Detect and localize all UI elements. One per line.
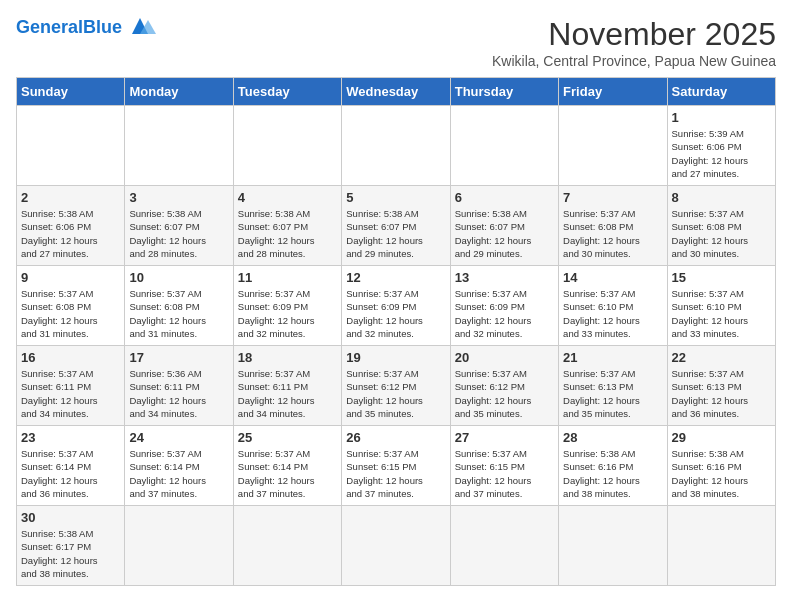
calendar-cell: 13Sunrise: 5:37 AM Sunset: 6:09 PM Dayli… bbox=[450, 266, 558, 346]
day-number: 26 bbox=[346, 430, 445, 445]
calendar-cell: 15Sunrise: 5:37 AM Sunset: 6:10 PM Dayli… bbox=[667, 266, 775, 346]
day-number: 1 bbox=[672, 110, 771, 125]
day-info: Sunrise: 5:37 AM Sunset: 6:13 PM Dayligh… bbox=[563, 367, 662, 420]
calendar-cell: 19Sunrise: 5:37 AM Sunset: 6:12 PM Dayli… bbox=[342, 346, 450, 426]
day-number: 18 bbox=[238, 350, 337, 365]
day-info: Sunrise: 5:37 AM Sunset: 6:14 PM Dayligh… bbox=[238, 447, 337, 500]
calendar-cell: 18Sunrise: 5:37 AM Sunset: 6:11 PM Dayli… bbox=[233, 346, 341, 426]
calendar-cell: 6Sunrise: 5:38 AM Sunset: 6:07 PM Daylig… bbox=[450, 186, 558, 266]
location-title: Kwikila, Central Province, Papua New Gui… bbox=[492, 53, 776, 69]
calendar-cell bbox=[342, 106, 450, 186]
calendar-cell bbox=[450, 106, 558, 186]
day-info: Sunrise: 5:38 AM Sunset: 6:07 PM Dayligh… bbox=[455, 207, 554, 260]
calendar-week-4: 23Sunrise: 5:37 AM Sunset: 6:14 PM Dayli… bbox=[17, 426, 776, 506]
calendar-cell bbox=[233, 106, 341, 186]
day-info: Sunrise: 5:37 AM Sunset: 6:08 PM Dayligh… bbox=[129, 287, 228, 340]
day-info: Sunrise: 5:37 AM Sunset: 6:08 PM Dayligh… bbox=[563, 207, 662, 260]
day-number: 30 bbox=[21, 510, 120, 525]
day-info: Sunrise: 5:37 AM Sunset: 6:10 PM Dayligh… bbox=[672, 287, 771, 340]
calendar-table: SundayMondayTuesdayWednesdayThursdayFrid… bbox=[16, 77, 776, 586]
calendar-cell: 12Sunrise: 5:37 AM Sunset: 6:09 PM Dayli… bbox=[342, 266, 450, 346]
day-number: 11 bbox=[238, 270, 337, 285]
day-number: 10 bbox=[129, 270, 228, 285]
day-info: Sunrise: 5:37 AM Sunset: 6:15 PM Dayligh… bbox=[455, 447, 554, 500]
month-title: November 2025 bbox=[492, 16, 776, 53]
calendar-cell: 22Sunrise: 5:37 AM Sunset: 6:13 PM Dayli… bbox=[667, 346, 775, 426]
weekday-header-sunday: Sunday bbox=[17, 78, 125, 106]
day-info: Sunrise: 5:38 AM Sunset: 6:06 PM Dayligh… bbox=[21, 207, 120, 260]
day-info: Sunrise: 5:38 AM Sunset: 6:16 PM Dayligh… bbox=[563, 447, 662, 500]
calendar-week-1: 2Sunrise: 5:38 AM Sunset: 6:06 PM Daylig… bbox=[17, 186, 776, 266]
day-info: Sunrise: 5:37 AM Sunset: 6:09 PM Dayligh… bbox=[346, 287, 445, 340]
title-area: November 2025 Kwikila, Central Province,… bbox=[492, 16, 776, 69]
day-info: Sunrise: 5:37 AM Sunset: 6:09 PM Dayligh… bbox=[238, 287, 337, 340]
day-number: 20 bbox=[455, 350, 554, 365]
day-info: Sunrise: 5:37 AM Sunset: 6:13 PM Dayligh… bbox=[672, 367, 771, 420]
day-number: 27 bbox=[455, 430, 554, 445]
day-number: 8 bbox=[672, 190, 771, 205]
calendar-cell: 10Sunrise: 5:37 AM Sunset: 6:08 PM Dayli… bbox=[125, 266, 233, 346]
calendar-cell bbox=[125, 506, 233, 586]
calendar-cell: 2Sunrise: 5:38 AM Sunset: 6:06 PM Daylig… bbox=[17, 186, 125, 266]
day-number: 7 bbox=[563, 190, 662, 205]
calendar-cell: 26Sunrise: 5:37 AM Sunset: 6:15 PM Dayli… bbox=[342, 426, 450, 506]
calendar-cell: 4Sunrise: 5:38 AM Sunset: 6:07 PM Daylig… bbox=[233, 186, 341, 266]
calendar-cell bbox=[125, 106, 233, 186]
calendar-cell: 24Sunrise: 5:37 AM Sunset: 6:14 PM Dayli… bbox=[125, 426, 233, 506]
day-number: 2 bbox=[21, 190, 120, 205]
day-number: 9 bbox=[21, 270, 120, 285]
day-info: Sunrise: 5:39 AM Sunset: 6:06 PM Dayligh… bbox=[672, 127, 771, 180]
weekday-header-friday: Friday bbox=[559, 78, 667, 106]
calendar-cell: 14Sunrise: 5:37 AM Sunset: 6:10 PM Dayli… bbox=[559, 266, 667, 346]
day-number: 21 bbox=[563, 350, 662, 365]
day-info: Sunrise: 5:37 AM Sunset: 6:11 PM Dayligh… bbox=[238, 367, 337, 420]
day-number: 14 bbox=[563, 270, 662, 285]
day-number: 19 bbox=[346, 350, 445, 365]
day-info: Sunrise: 5:38 AM Sunset: 6:07 PM Dayligh… bbox=[129, 207, 228, 260]
day-info: Sunrise: 5:37 AM Sunset: 6:15 PM Dayligh… bbox=[346, 447, 445, 500]
calendar-cell: 17Sunrise: 5:36 AM Sunset: 6:11 PM Dayli… bbox=[125, 346, 233, 426]
weekday-header-tuesday: Tuesday bbox=[233, 78, 341, 106]
calendar-cell: 27Sunrise: 5:37 AM Sunset: 6:15 PM Dayli… bbox=[450, 426, 558, 506]
weekday-header-monday: Monday bbox=[125, 78, 233, 106]
day-number: 25 bbox=[238, 430, 337, 445]
calendar-cell bbox=[450, 506, 558, 586]
day-info: Sunrise: 5:37 AM Sunset: 6:09 PM Dayligh… bbox=[455, 287, 554, 340]
calendar-cell: 29Sunrise: 5:38 AM Sunset: 6:16 PM Dayli… bbox=[667, 426, 775, 506]
day-info: Sunrise: 5:38 AM Sunset: 6:16 PM Dayligh… bbox=[672, 447, 771, 500]
day-info: Sunrise: 5:37 AM Sunset: 6:12 PM Dayligh… bbox=[455, 367, 554, 420]
calendar-cell: 30Sunrise: 5:38 AM Sunset: 6:17 PM Dayli… bbox=[17, 506, 125, 586]
day-number: 28 bbox=[563, 430, 662, 445]
calendar-cell: 28Sunrise: 5:38 AM Sunset: 6:16 PM Dayli… bbox=[559, 426, 667, 506]
day-number: 16 bbox=[21, 350, 120, 365]
day-number: 29 bbox=[672, 430, 771, 445]
day-number: 22 bbox=[672, 350, 771, 365]
day-number: 15 bbox=[672, 270, 771, 285]
logo-icon bbox=[122, 16, 158, 38]
weekday-header-row: SundayMondayTuesdayWednesdayThursdayFrid… bbox=[17, 78, 776, 106]
calendar-week-2: 9Sunrise: 5:37 AM Sunset: 6:08 PM Daylig… bbox=[17, 266, 776, 346]
calendar-cell: 23Sunrise: 5:37 AM Sunset: 6:14 PM Dayli… bbox=[17, 426, 125, 506]
calendar-cell: 11Sunrise: 5:37 AM Sunset: 6:09 PM Dayli… bbox=[233, 266, 341, 346]
day-number: 6 bbox=[455, 190, 554, 205]
calendar-cell: 9Sunrise: 5:37 AM Sunset: 6:08 PM Daylig… bbox=[17, 266, 125, 346]
calendar-week-3: 16Sunrise: 5:37 AM Sunset: 6:11 PM Dayli… bbox=[17, 346, 776, 426]
day-info: Sunrise: 5:37 AM Sunset: 6:08 PM Dayligh… bbox=[672, 207, 771, 260]
calendar-cell: 3Sunrise: 5:38 AM Sunset: 6:07 PM Daylig… bbox=[125, 186, 233, 266]
calendar-cell bbox=[233, 506, 341, 586]
calendar-cell: 8Sunrise: 5:37 AM Sunset: 6:08 PM Daylig… bbox=[667, 186, 775, 266]
day-info: Sunrise: 5:37 AM Sunset: 6:10 PM Dayligh… bbox=[563, 287, 662, 340]
logo: GeneralBlue bbox=[16, 16, 158, 38]
logo-text: GeneralBlue bbox=[16, 18, 122, 36]
page-header: GeneralBlue November 2025 Kwikila, Centr… bbox=[16, 16, 776, 69]
calendar-cell: 25Sunrise: 5:37 AM Sunset: 6:14 PM Dayli… bbox=[233, 426, 341, 506]
calendar-cell bbox=[667, 506, 775, 586]
day-info: Sunrise: 5:38 AM Sunset: 6:07 PM Dayligh… bbox=[346, 207, 445, 260]
calendar-week-5: 30Sunrise: 5:38 AM Sunset: 6:17 PM Dayli… bbox=[17, 506, 776, 586]
calendar-week-0: 1Sunrise: 5:39 AM Sunset: 6:06 PM Daylig… bbox=[17, 106, 776, 186]
calendar-cell: 7Sunrise: 5:37 AM Sunset: 6:08 PM Daylig… bbox=[559, 186, 667, 266]
day-info: Sunrise: 5:37 AM Sunset: 6:14 PM Dayligh… bbox=[21, 447, 120, 500]
weekday-header-wednesday: Wednesday bbox=[342, 78, 450, 106]
calendar-cell bbox=[559, 106, 667, 186]
day-number: 3 bbox=[129, 190, 228, 205]
